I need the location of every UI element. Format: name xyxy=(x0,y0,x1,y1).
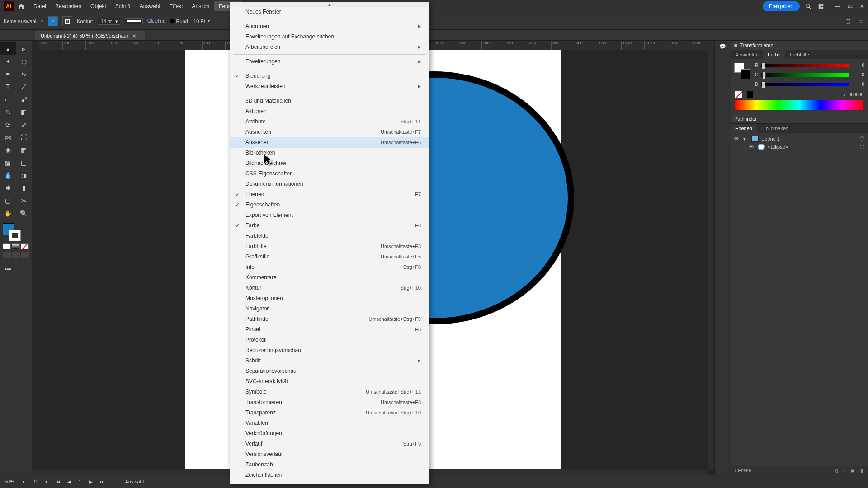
stroke-swatch[interactable]: ▼ xyxy=(62,16,72,26)
locate-icon[interactable]: ⎗ xyxy=(835,468,838,473)
arrange-icon[interactable] xyxy=(817,2,825,10)
menu-item-versionsverlauf[interactable]: Versionsverlauf xyxy=(230,449,429,460)
shape-builder-tool[interactable]: ◉ xyxy=(0,144,16,156)
menu-item-aktionen[interactable]: Aktionen xyxy=(230,106,429,117)
menu-item-erweiterungen-auf-exchange-suchen-[interactable]: Erweiterungen auf Exchange suchen... xyxy=(230,32,429,42)
none-swatch[interactable] xyxy=(735,91,742,98)
r-slider[interactable] xyxy=(761,64,849,67)
artboard-nav-prev[interactable]: ◀ xyxy=(67,479,71,485)
width-tool[interactable]: ⋈ xyxy=(0,131,16,144)
artboard-number[interactable]: 1 xyxy=(78,479,81,484)
magic-wand-tool[interactable]: ✦ xyxy=(0,55,16,68)
new-sublayer-icon[interactable]: ▫ xyxy=(843,468,845,473)
menu-item-dokumentinformationen[interactable]: Dokumentinformationen xyxy=(230,179,429,189)
zoom-tool[interactable]: 🔍 xyxy=(16,207,32,220)
edit-toolbar[interactable]: ••• xyxy=(0,263,16,276)
menu-schrift[interactable]: Schrift xyxy=(111,1,135,11)
menu-item-eigenschaften[interactable]: ✓Eigenschaften xyxy=(230,200,429,210)
b-value[interactable]: 0 xyxy=(852,82,864,87)
menu-item-pathfinder[interactable]: PathfinderUmschalttaste+Strg+F9 xyxy=(230,314,429,324)
zoom-level[interactable]: 50% xyxy=(5,479,14,484)
eyedropper-tool[interactable]: 💧 xyxy=(0,169,16,182)
uniform-link[interactable]: Gleichm. xyxy=(147,19,165,23)
menu-item-aussehen[interactable]: AussehenUmschalttaste+F6 xyxy=(230,137,429,148)
stroke-weight-input[interactable]: 14 pt xyxy=(98,18,120,25)
menu-item-kommentare[interactable]: Kommentare xyxy=(230,272,429,283)
b-slider[interactable] xyxy=(761,83,849,86)
menu-item-symbole[interactable]: SymboleUmschalttaste+Strg+F11 xyxy=(230,387,429,397)
spectrum-bar[interactable] xyxy=(735,100,863,110)
align-icon[interactable]: ⬚ xyxy=(844,17,852,25)
free-transform-tool[interactable]: ⛶ xyxy=(16,131,32,144)
draw-behind[interactable] xyxy=(12,252,20,258)
menu-item-ausrichten[interactable]: AusrichtenUmschalttaste+F7 xyxy=(230,127,429,137)
menu-bearbeiten[interactable]: Bearbeiten xyxy=(51,1,86,11)
menu-item-steuerung[interactable]: ✓Steuerung xyxy=(230,71,429,81)
menu-item-reduzierungsvorschau[interactable]: Reduzierungsvorschau xyxy=(230,345,429,356)
menu-item-ebenen[interactable]: ✓EbenenF7 xyxy=(230,189,429,200)
menu-item-pinsel[interactable]: PinselF5 xyxy=(230,324,429,335)
menu-item-navigator[interactable]: Navigator xyxy=(230,304,429,314)
menu-item-musteroptionen[interactable]: Musteroptionen xyxy=(230,293,429,304)
visibility-icon[interactable]: 👁 xyxy=(734,136,741,141)
menu-scroll-up[interactable]: ▲ xyxy=(230,2,429,7)
color-mode-none[interactable] xyxy=(21,243,29,249)
color-mode-gradient[interactable] xyxy=(12,243,20,249)
minimize-icon[interactable]: — xyxy=(835,3,840,9)
draw-inside[interactable] xyxy=(21,252,29,258)
tab-farbhilfe[interactable]: Farbhilfe xyxy=(785,50,814,59)
object-name[interactable]: <Ellipse> xyxy=(768,144,788,150)
menu-item-variablen[interactable]: Variablen xyxy=(230,418,429,428)
mesh-tool[interactable]: ▩ xyxy=(0,156,16,169)
g-slider[interactable] xyxy=(761,73,849,77)
menu-item-transformieren[interactable]: TransformierenUmschalttaste+F8 xyxy=(230,397,429,408)
artboard-nav-next[interactable]: ▶ xyxy=(89,479,92,485)
artboard-tool[interactable]: ▢ xyxy=(0,194,16,207)
menu-item-farbhilfe[interactable]: FarbhilfeUmschalttaste+F3 xyxy=(230,241,429,252)
menu-item-attribute[interactable]: AttributeStrg+F11 xyxy=(230,117,429,127)
menu-item-zauberstab[interactable]: Zauberstab xyxy=(230,460,429,470)
rotate-view[interactable]: 0° xyxy=(33,479,38,484)
stroke-profile[interactable] xyxy=(125,18,143,24)
black-swatch[interactable] xyxy=(747,91,753,98)
color-mode-color[interactable] xyxy=(3,243,11,249)
pen-tool[interactable]: ✒ xyxy=(0,68,16,80)
tab-ausrichten[interactable]: Ausrichten xyxy=(731,50,763,59)
transform-panel-header[interactable]: ≡ Transformieren xyxy=(731,41,868,50)
r-value[interactable]: 0 xyxy=(852,63,864,68)
pathfinder-panel-header[interactable]: Pathfinder xyxy=(731,114,868,123)
g-value[interactable]: 0 xyxy=(852,72,864,77)
tab-bibliotheken[interactable]: Bibliotheken xyxy=(757,124,793,133)
comment-icon[interactable]: 💬 xyxy=(719,43,726,50)
menu-item-bibliotheken[interactable]: Bibliotheken xyxy=(230,148,429,158)
delete-layer-icon[interactable]: 🗑 xyxy=(860,468,864,473)
menu-auswahl[interactable]: Auswahl xyxy=(135,1,165,11)
menu-item-protokoll[interactable]: Protokoll xyxy=(230,335,429,345)
draw-normal[interactable] xyxy=(3,252,11,258)
menu-item-erweiterungen[interactable]: Erweiterungen▶ xyxy=(230,56,429,67)
hand-tool[interactable]: ✋ xyxy=(0,207,16,220)
brush-select[interactable]: Rund – 10 Pt ▼ xyxy=(170,19,211,24)
menu-item-svg-interaktivit-t[interactable]: SVG-Interaktivität xyxy=(230,376,429,387)
menu-item-css-eigenschaften[interactable]: CSS-Eigenschaften xyxy=(230,169,429,179)
slice-tool[interactable]: ✂ xyxy=(16,194,32,207)
menu-item-farbfelder[interactable]: Farbfelder xyxy=(230,231,429,241)
paintbrush-tool[interactable]: 🖌 xyxy=(16,93,32,106)
tab-ebenen[interactable]: Ebenen xyxy=(731,124,757,133)
document-tab[interactable]: Unbenannt-1* @ 50 % (RGB/Vorschau) ✕ xyxy=(35,31,145,40)
color-stack[interactable] xyxy=(3,223,21,241)
fill-swatch[interactable]: ▼ xyxy=(48,16,58,26)
menu-item-3d-und-materialien[interactable]: 3D und Materialien xyxy=(230,96,429,106)
rotate-tool[interactable]: ⟳ xyxy=(0,118,16,131)
menu-objekt[interactable]: Objekt xyxy=(86,1,111,11)
target-icon[interactable] xyxy=(860,136,864,141)
menu-item-verkn-pfungen[interactable]: Verknüpfungen xyxy=(230,428,429,439)
perspective-tool[interactable]: ▦ xyxy=(16,144,32,156)
menu-item-schrift[interactable]: Schrift▶ xyxy=(230,356,429,366)
layer-name[interactable]: Ebene 1 xyxy=(761,136,780,141)
tab-farbe[interactable]: Farbe xyxy=(763,50,785,59)
visibility-icon[interactable]: 👁 xyxy=(749,144,755,150)
hex-value[interactable]: 000000 xyxy=(849,92,863,97)
menu-effekt[interactable]: Effekt xyxy=(165,1,187,11)
selection-tool[interactable]: ▴ xyxy=(0,42,16,55)
